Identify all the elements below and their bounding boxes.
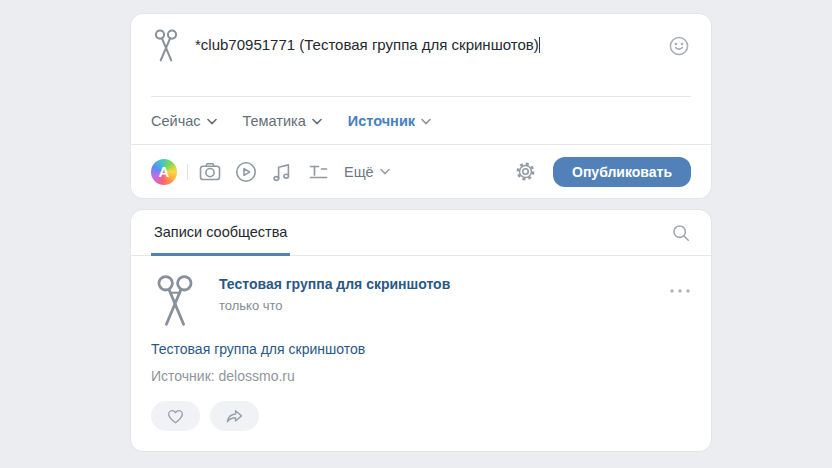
post-actions [151, 401, 691, 431]
group-avatar-scissors [151, 28, 181, 64]
tab-community-posts[interactable]: Записи сообщества [151, 211, 290, 256]
post-body-link[interactable]: Тестовая группа для скриншотов [151, 341, 691, 357]
toolbar-separator [187, 164, 188, 180]
toolbar-right: Опубликовать [514, 157, 691, 187]
text-style-letter: A [159, 163, 170, 180]
post-source[interactable]: Источник: delossmo.ru [151, 368, 691, 384]
option-schedule-label: Сейчас [151, 113, 201, 129]
composer-toolbar: A [131, 145, 711, 198]
option-topic-label: Тематика [243, 113, 306, 129]
text-style-icon[interactable]: A [151, 159, 177, 185]
wall-tabs-row: Записи сообщества [131, 210, 711, 256]
composer-input-row: *club70951771 (Тестовая группа для скрин… [131, 14, 711, 96]
settings-gear-icon[interactable] [514, 160, 537, 183]
more-button[interactable]: Ещё [344, 164, 390, 180]
page: *club70951771 (Тестовая группа для скрин… [0, 14, 832, 468]
community-wall-card: Записи сообщества Тесто [131, 210, 711, 451]
chevron-down-icon [312, 118, 322, 125]
post-meta: Тестовая группа для скриншотов только чт… [219, 273, 450, 313]
chevron-down-icon [421, 118, 431, 125]
emoji-smiley-icon[interactable] [667, 34, 691, 58]
post-author-avatar-scissors[interactable] [151, 273, 199, 329]
like-button[interactable] [151, 401, 200, 431]
search-icon[interactable] [671, 223, 691, 243]
option-source[interactable]: Источник [348, 113, 431, 129]
composer-options-row: Сейчас Тематика Источник [131, 97, 711, 144]
post-header: Тестовая группа для скриншотов только чт… [151, 273, 691, 329]
tab-community-posts-label: Записи сообщества [154, 224, 287, 240]
wall-post: Тестовая группа для скриншотов только чт… [131, 256, 711, 451]
publish-button[interactable]: Опубликовать [553, 157, 691, 187]
post-timestamp[interactable]: только что [219, 298, 450, 313]
post-composer-card: *club70951771 (Тестовая группа для скрин… [131, 14, 711, 198]
video-icon[interactable] [234, 160, 258, 184]
post-text-input[interactable]: *club70951771 (Тестовая группа для скрин… [195, 30, 655, 53]
option-schedule[interactable]: Сейчас [151, 113, 217, 129]
text-format-icon[interactable] [306, 160, 330, 184]
chevron-down-icon [207, 118, 217, 125]
option-source-label: Источник [348, 113, 415, 129]
post-menu-dots-icon[interactable] [669, 281, 691, 289]
post-author-link[interactable]: Тестовая группа для скриншотов [219, 276, 450, 292]
post-text-value: *club70951771 (Тестовая группа для скрин… [195, 36, 539, 53]
option-topic[interactable]: Тематика [243, 113, 322, 129]
publish-label: Опубликовать [572, 164, 672, 180]
text-caret [539, 37, 540, 53]
music-icon[interactable] [270, 160, 294, 184]
heart-icon [165, 406, 186, 427]
share-button[interactable] [210, 401, 259, 431]
share-arrow-icon [224, 406, 245, 427]
photo-camera-icon[interactable] [198, 160, 222, 184]
chevron-down-icon [380, 168, 390, 175]
more-label: Ещё [344, 164, 374, 180]
